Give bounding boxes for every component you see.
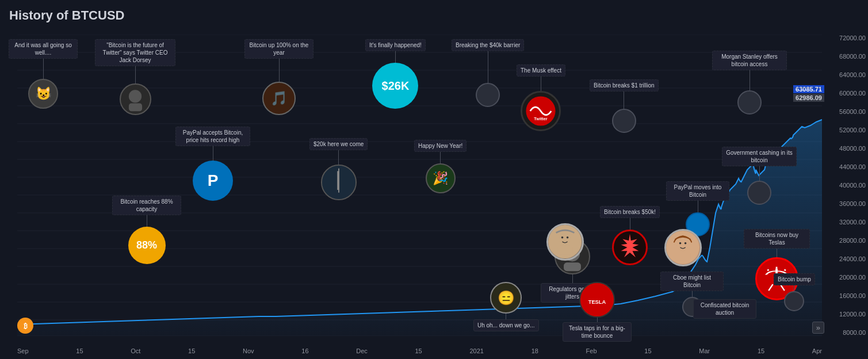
annotation-woman-face xyxy=(664,229,702,266)
svg-rect-40 xyxy=(675,251,690,260)
page-title: History of BTCUSD xyxy=(9,8,124,23)
annotation-tesla-bounce: TESLA Tesla taps in for a big-time bounc… xyxy=(563,282,632,342)
svg-point-41 xyxy=(679,242,682,245)
annotation-paypal: PayPal accepts Bitcoin, price hits recor… xyxy=(175,127,250,201)
chart-container: History of BTCUSD 72000.00 68000.00 6400… xyxy=(0,0,868,359)
annotation-down: 😑 Uh oh... down we go... xyxy=(473,282,539,331)
annotation-bitcoin-bump: Bitcoin bump xyxy=(774,273,815,311)
annotation-paypal2: PayPal moves into Bitcoin xyxy=(666,181,729,236)
svg-point-36 xyxy=(561,236,564,239)
x-axis: Sep 15 Oct 15 Nov 16 Dec 15 2021 18 Feb … xyxy=(17,347,822,354)
annotation-twitter-ceo: "Bitcoin is the future of Twitter" says … xyxy=(95,39,175,115)
svg-rect-19 xyxy=(128,103,142,111)
svg-text:₿: ₿ xyxy=(24,322,28,330)
y-axis: 72000.00 68000.00 64000.00 60000.00 5600… xyxy=(825,35,868,336)
annotation-20k: $20k here we come xyxy=(309,138,368,200)
svg-point-37 xyxy=(567,236,569,239)
svg-point-42 xyxy=(685,242,687,245)
annotation-88-capacity: Bitcoin reaches 88% capacity 88% xyxy=(112,196,181,264)
annotation-morgan-stanley: Morgan Stanley offers bitcoin access xyxy=(712,51,787,114)
annotation-musk-effect: The Musk effect Twitter xyxy=(517,64,565,131)
annotation-26k: It's finally happened! $26K xyxy=(365,39,426,109)
annotation-50k: Bitcoin breaks $50k! xyxy=(600,206,660,265)
svg-text:TESLA: TESLA xyxy=(588,299,606,305)
annotation-janet xyxy=(546,223,584,261)
nav-button[interactable]: » xyxy=(812,322,824,334)
annotation-1trillion: Bitcoin breaks $1 trillion xyxy=(590,79,659,133)
btcusd-icon: ₿ xyxy=(17,318,33,334)
annotation-confiscated: Confiscated bitcoin auction xyxy=(693,299,756,319)
annotation-100pct: Bitcoin up 100% on the year 🎵 xyxy=(244,39,313,115)
annotation-going-well: And it was all going so well.... 😺 xyxy=(9,39,78,109)
svg-point-18 xyxy=(128,90,141,102)
svg-rect-27 xyxy=(564,262,581,271)
annotation-40k: Breaking the $40k barrier xyxy=(452,39,524,107)
annotation-government: Government cashing in its bitcoin xyxy=(722,147,797,205)
annotation-happy-new-year: Happy New Year! 🎉 xyxy=(414,140,466,193)
svg-rect-35 xyxy=(557,245,572,254)
svg-text:Twitter: Twitter xyxy=(534,116,548,121)
